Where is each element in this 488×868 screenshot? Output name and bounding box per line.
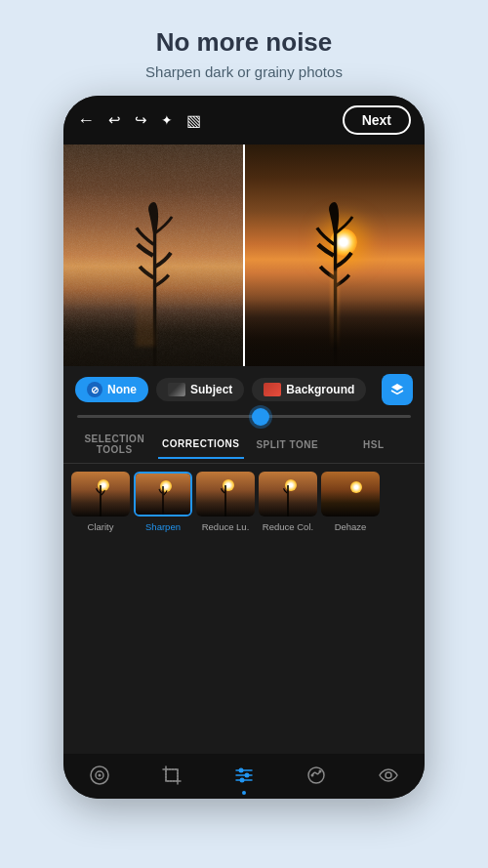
phone-frame: ← ↩ ↪ ✦ ▧ Next bbox=[63, 96, 425, 799]
svg-point-16 bbox=[319, 770, 322, 773]
svg-point-17 bbox=[386, 772, 391, 778]
background-label: Background bbox=[286, 383, 354, 396]
reduce-lu-thumb bbox=[196, 472, 255, 517]
background-selection-button[interactable]: Background bbox=[252, 378, 366, 401]
subject-selection-button[interactable]: Subject bbox=[156, 378, 244, 401]
nav-healing[interactable] bbox=[305, 764, 328, 787]
tab-split-tone[interactable]: SPLIT TONE bbox=[244, 435, 331, 458]
correction-sharpen[interactable]: Sharpen bbox=[134, 472, 192, 532]
compare-icon[interactable]: ▧ bbox=[186, 111, 201, 130]
photo-before bbox=[63, 145, 244, 366]
back-icon[interactable]: ← bbox=[77, 110, 95, 131]
selection-bar: ⊘ None Subject Background bbox=[63, 366, 425, 413]
photo-canvas bbox=[63, 145, 425, 366]
magic-icon[interactable]: ✦ bbox=[161, 112, 173, 128]
tabs-row: SELECTION TOOLS CORRECTIONS SPLIT TONE H… bbox=[63, 424, 425, 464]
corrections-row: Clarity Sharpen Reduce Lu. bbox=[63, 464, 425, 532]
none-icon: ⊘ bbox=[87, 382, 102, 397]
tab-hsl[interactable]: HSL bbox=[331, 435, 418, 458]
eye-icon bbox=[377, 764, 400, 787]
clarity-label: Clarity bbox=[88, 521, 114, 532]
background-thumb bbox=[264, 383, 281, 396]
layers-button[interactable] bbox=[382, 374, 413, 405]
reduce-col-label: Reduce Col. bbox=[263, 521, 313, 532]
redo-icon[interactable]: ↪ bbox=[135, 111, 147, 129]
svg-rect-0 bbox=[100, 485, 102, 517]
toolbar: ← ↩ ↪ ✦ ▧ Next bbox=[63, 96, 425, 145]
svg-rect-3 bbox=[287, 485, 289, 517]
svg-rect-1 bbox=[162, 486, 163, 515]
nav-crop[interactable] bbox=[160, 764, 183, 787]
nav-presets[interactable] bbox=[88, 764, 111, 787]
svg-point-14 bbox=[308, 767, 324, 783]
correction-reduce-col[interactable]: Reduce Col. bbox=[259, 472, 317, 532]
tab-corrections[interactable]: CORRECTIONS bbox=[158, 434, 245, 459]
nav-adjust[interactable] bbox=[232, 764, 256, 787]
sharpen-label: Sharpen bbox=[145, 521, 181, 532]
bottom-nav bbox=[63, 754, 425, 799]
none-label: None bbox=[107, 383, 137, 396]
undo-icon[interactable]: ↩ bbox=[108, 111, 121, 129]
healing-icon bbox=[305, 764, 328, 787]
clarity-thumb bbox=[71, 472, 130, 517]
nav-eye[interactable] bbox=[377, 764, 400, 787]
svg-point-6 bbox=[99, 774, 102, 777]
crop-icon bbox=[160, 764, 183, 787]
correction-dehaze[interactable]: Dehaze bbox=[321, 472, 380, 532]
slider-row bbox=[63, 413, 425, 424]
reduce-col-thumb bbox=[259, 472, 317, 517]
correction-clarity[interactable]: Clarity bbox=[71, 472, 130, 532]
dehaze-thumb bbox=[321, 472, 380, 517]
sharpen-thumb bbox=[134, 472, 192, 517]
page-header: No more noise Sharpen dark or grainy pho… bbox=[126, 0, 362, 96]
tab-selection-tools[interactable]: SELECTION TOOLS bbox=[71, 430, 158, 463]
svg-rect-2 bbox=[224, 485, 226, 517]
correction-reduce-lu[interactable]: Reduce Lu. bbox=[196, 472, 255, 532]
subject-thumb bbox=[168, 383, 185, 396]
svg-point-13 bbox=[240, 778, 245, 783]
slider-thumb[interactable] bbox=[252, 408, 269, 426]
presets-icon bbox=[88, 764, 111, 787]
svg-point-11 bbox=[239, 768, 244, 773]
svg-point-15 bbox=[311, 774, 314, 777]
svg-rect-7 bbox=[166, 769, 178, 781]
page-title: No more noise bbox=[145, 27, 343, 58]
comparison-slider[interactable] bbox=[77, 415, 411, 418]
active-nav-indicator bbox=[242, 791, 246, 795]
none-selection-button[interactable]: ⊘ None bbox=[75, 377, 148, 402]
reduce-lu-label: Reduce Lu. bbox=[202, 521, 250, 532]
svg-point-12 bbox=[245, 773, 250, 778]
photo-after bbox=[244, 145, 425, 366]
split-line[interactable] bbox=[243, 145, 245, 366]
next-button[interactable]: Next bbox=[343, 105, 411, 135]
dehaze-label: Dehaze bbox=[335, 521, 367, 532]
photo-area bbox=[63, 145, 425, 366]
adjust-icon bbox=[232, 764, 256, 787]
page-subtitle: Sharpen dark or grainy photos bbox=[145, 63, 343, 80]
subject-label: Subject bbox=[190, 383, 232, 396]
